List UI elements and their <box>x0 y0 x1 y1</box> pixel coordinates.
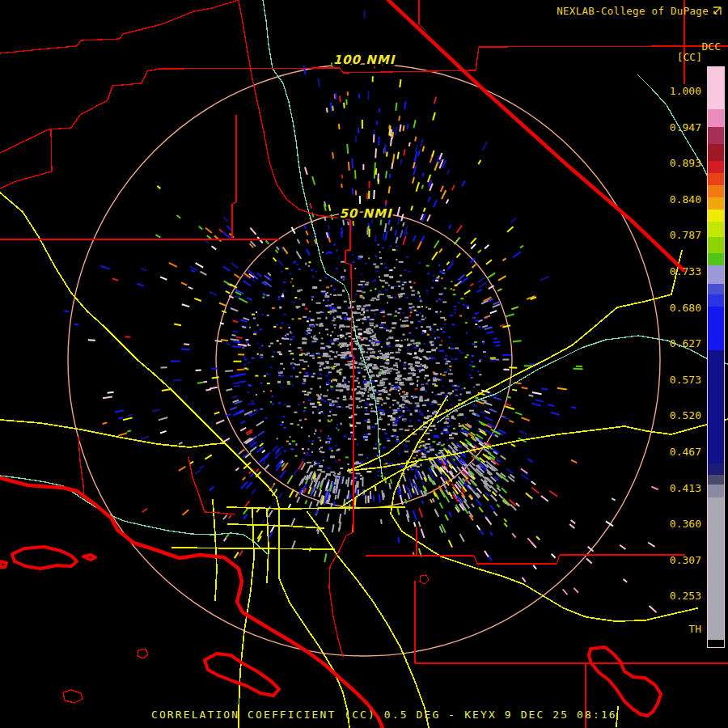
colorbar-segment <box>708 463 724 475</box>
legend-tick: 0.573 <box>645 375 701 386</box>
legend-tick: 0.787 <box>645 230 701 241</box>
colorbar-segment <box>708 640 724 647</box>
colorbar-segment <box>708 485 724 497</box>
colorbar-segment <box>708 185 724 197</box>
page-export-icon <box>712 6 722 16</box>
legend-tick: 0.680 <box>645 303 701 314</box>
colorbar-segment <box>708 475 724 485</box>
site-banner[interactable]: NEXLAB-College of DuPage <box>557 5 722 17</box>
legend-tick: 0.307 <box>645 555 701 566</box>
legend-tick: 0.253 <box>645 590 701 602</box>
legend-tick: 0.733 <box>645 266 701 277</box>
legend-tick: 1.000 <box>645 86 701 97</box>
colorbar-segment <box>708 161 724 173</box>
colorbar-segment <box>708 265 724 284</box>
colorbar-segment <box>708 109 724 127</box>
legend-tick: 0.840 <box>645 194 701 205</box>
legend-tick: 0.360 <box>645 518 701 530</box>
county-island-outlines <box>63 575 429 703</box>
colorbar <box>707 66 725 648</box>
colorbar-segment <box>708 284 724 294</box>
legend-tick: 0.520 <box>645 410 701 421</box>
colorbar-segment <box>708 237 724 253</box>
status-bar-text: CORRELATION COEFFICIENT (CC) 0.5 DEG - K… <box>151 709 617 721</box>
river-lines <box>0 0 728 554</box>
legend-tick: 0.947 <box>645 122 701 133</box>
colorbar-segment <box>708 294 724 307</box>
legend-tick: 0.413 <box>645 483 701 494</box>
coast-island-outlines <box>0 547 661 716</box>
ring-labels: 100 NMI 50 NMI <box>333 53 396 221</box>
colorbar-segment <box>708 497 724 640</box>
outer-ring-label: 100 NMI <box>333 53 396 67</box>
product-unit: [CC] <box>677 51 702 63</box>
threshold-label: TH <box>645 623 701 635</box>
legend-tick: 0.467 <box>645 447 701 458</box>
radar-echo-layer <box>64 11 658 613</box>
site-title: NEXLAB-College of DuPage <box>557 5 709 17</box>
inner-ring-label: 50 NMI <box>339 206 392 221</box>
colorbar-segment <box>708 173 724 185</box>
radar-map[interactable]: 100 NMI 50 NMI <box>0 0 728 728</box>
legend-tick: 0.893 <box>645 158 701 169</box>
colorbar-segment <box>708 144 724 161</box>
colorbar-segment <box>708 67 724 109</box>
colorbar-segment <box>708 307 724 350</box>
colorbar-segment <box>708 210 724 222</box>
product-code: DCC <box>702 40 721 53</box>
radar-screen: 100 NMI 50 NMI NEXLAB-College of DuPage … <box>0 0 728 728</box>
colorbar-segment <box>708 222 724 237</box>
highway-lines <box>0 193 728 728</box>
legend-tick: 0.627 <box>645 338 701 349</box>
colorbar-segment <box>708 350 724 463</box>
colorbar-segment <box>708 197 724 210</box>
colorbar-segment <box>708 127 724 144</box>
state-coast-lines <box>0 0 684 728</box>
colorbar-segment <box>708 253 724 265</box>
